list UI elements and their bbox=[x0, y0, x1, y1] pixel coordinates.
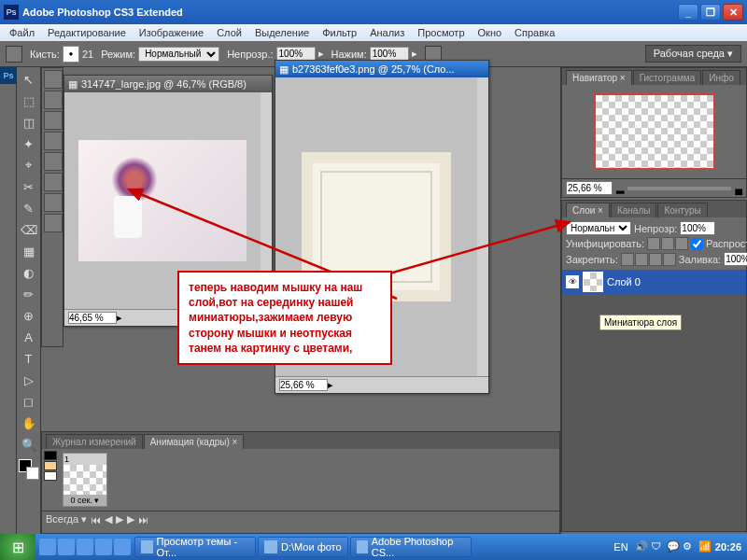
animation-frame-1[interactable]: 1 0 сек. ▾ bbox=[63, 453, 107, 507]
tab-measurement-log[interactable]: Журнал измерений bbox=[46, 434, 143, 449]
hand-tool[interactable]: ✋ bbox=[19, 413, 39, 433]
swatch[interactable] bbox=[44, 471, 57, 481]
doc2-zoom-input[interactable] bbox=[279, 379, 328, 391]
ql-icon[interactable] bbox=[95, 539, 112, 555]
unify-icon[interactable] bbox=[647, 237, 660, 250]
unify-icon[interactable] bbox=[661, 237, 674, 250]
doc1-zoom-input[interactable] bbox=[68, 312, 117, 324]
tool-preset-icon[interactable] bbox=[6, 46, 22, 63]
last-frame-icon[interactable]: ⏭ bbox=[138, 514, 148, 525]
tray-icon[interactable]: 📶 bbox=[698, 540, 712, 553]
move-tool[interactable]: ↖ bbox=[19, 69, 39, 90]
panel-icon[interactable] bbox=[44, 152, 63, 171]
navigator-zoom-input[interactable] bbox=[566, 181, 613, 195]
gradient-tool[interactable]: ⊕ bbox=[19, 305, 39, 326]
prev-frame-icon[interactable]: ◀ bbox=[105, 513, 112, 525]
tab-channels[interactable]: Каналы bbox=[611, 203, 657, 217]
tab-paths[interactable]: Контуры bbox=[657, 203, 707, 217]
wand-tool[interactable]: ✦ bbox=[19, 133, 39, 154]
tray-icon[interactable]: 🛡 bbox=[651, 540, 664, 553]
menu-filter[interactable]: Фильтр bbox=[317, 25, 362, 40]
layer-item-0[interactable]: 👁 Слой 0 bbox=[562, 270, 746, 294]
type-tool[interactable]: T bbox=[19, 348, 39, 369]
panel-icon[interactable] bbox=[44, 70, 63, 89]
zoom-in-icon[interactable]: ▄ bbox=[735, 183, 742, 194]
slice-tool[interactable]: ✂ bbox=[19, 176, 39, 197]
tray-icon[interactable]: 💬 bbox=[667, 540, 680, 553]
frame-delay[interactable]: 0 сек. ▾ bbox=[63, 495, 106, 506]
swatch[interactable] bbox=[44, 461, 57, 470]
menu-view[interactable]: Просмотр bbox=[412, 25, 470, 40]
crop-tool[interactable]: ⌖ bbox=[19, 155, 39, 175]
doc2-titlebar[interactable]: ▦ b27363fef0e3.png @ 25,7% (Сло... bbox=[275, 61, 488, 77]
clock[interactable]: 20:26 bbox=[715, 541, 741, 553]
taskbar-item-photoshop[interactable]: Adobe Photoshop CS... bbox=[350, 537, 472, 557]
tray-icon[interactable]: ⚙ bbox=[683, 540, 696, 553]
history-brush-tool[interactable]: ◐ bbox=[19, 262, 39, 283]
tab-navigator[interactable]: Навигатор × bbox=[566, 70, 632, 85]
menu-analysis[interactable]: Анализ bbox=[364, 25, 410, 40]
panel-icon[interactable] bbox=[44, 173, 63, 191]
start-button[interactable] bbox=[0, 534, 35, 560]
loop-select[interactable]: Всегда ▾ bbox=[46, 513, 87, 525]
lock-pos-icon[interactable] bbox=[649, 253, 662, 266]
swatch[interactable] bbox=[44, 451, 57, 460]
zoom-out-icon[interactable]: ▂ bbox=[616, 182, 624, 194]
ql-icon[interactable] bbox=[39, 539, 56, 555]
color-swatches[interactable] bbox=[19, 459, 39, 480]
layer-name[interactable]: Слой 0 bbox=[607, 276, 641, 287]
next-frame-icon[interactable]: ▶ bbox=[127, 513, 134, 525]
stamp-tool[interactable]: ▦ bbox=[19, 241, 39, 261]
mode-select[interactable]: Нормальный bbox=[138, 47, 219, 62]
menu-file[interactable]: Файл bbox=[4, 25, 40, 40]
lasso-tool[interactable]: ◫ bbox=[19, 112, 39, 133]
panel-icon[interactable] bbox=[44, 91, 63, 109]
panel-icon[interactable] bbox=[44, 193, 63, 212]
propagate-checkbox[interactable] bbox=[691, 238, 703, 250]
ql-icon[interactable] bbox=[77, 539, 93, 555]
menu-edit[interactable]: Редактирование bbox=[42, 25, 132, 40]
menu-layer[interactable]: Слой bbox=[211, 25, 247, 40]
language-indicator[interactable]: EN bbox=[611, 540, 630, 553]
zoom-tool[interactable]: 🔍 bbox=[19, 434, 39, 455]
close-button[interactable]: ✕ bbox=[723, 4, 743, 21]
doc1-titlebar[interactable]: ▦ 314747_large.jpg @ 46,7% (RGB/8) bbox=[64, 76, 272, 92]
brush-preview[interactable] bbox=[63, 46, 79, 63]
menu-window[interactable]: Окно bbox=[472, 25, 508, 40]
lock-all-icon[interactable] bbox=[663, 253, 676, 266]
panel-icon[interactable] bbox=[44, 132, 63, 150]
brush-tool[interactable]: ⌫ bbox=[19, 219, 39, 240]
zoom-slider[interactable] bbox=[627, 187, 731, 190]
panel-icon[interactable] bbox=[44, 111, 63, 130]
ql-icon[interactable] bbox=[58, 539, 75, 555]
navigator-preview[interactable] bbox=[562, 85, 746, 178]
dodge-tool[interactable]: A bbox=[19, 327, 39, 347]
path-tool[interactable]: ▷ bbox=[19, 370, 39, 390]
marquee-tool[interactable]: ⬚ bbox=[19, 91, 39, 111]
menu-help[interactable]: Справка bbox=[509, 25, 560, 40]
heal-tool[interactable]: ✎ bbox=[19, 198, 39, 218]
panel-icon[interactable] bbox=[44, 214, 63, 232]
minimize-button[interactable]: _ bbox=[678, 4, 698, 21]
taskbar-item-browser[interactable]: Просмотр темы - От... bbox=[134, 537, 256, 557]
unify-icon[interactable] bbox=[675, 237, 688, 250]
layer-fill-input[interactable] bbox=[724, 252, 747, 266]
eraser-tool[interactable]: ✏ bbox=[19, 284, 39, 304]
lock-trans-icon[interactable] bbox=[621, 253, 634, 266]
lock-pixels-icon[interactable] bbox=[635, 253, 648, 266]
taskbar-item-explorer[interactable]: D:\Мои фото bbox=[258, 537, 348, 557]
tab-animation[interactable]: Анимация (кадры) × bbox=[144, 434, 245, 449]
workspace-button[interactable]: Рабочая среда ▾ bbox=[645, 45, 741, 63]
menu-select[interactable]: Выделение bbox=[249, 25, 315, 40]
tab-histogram[interactable]: Гистограмма bbox=[633, 70, 702, 85]
tab-info[interactable]: Инфо bbox=[702, 70, 740, 85]
shape-tool[interactable]: ◻ bbox=[19, 391, 39, 412]
maximize-button[interactable]: ❐ bbox=[700, 4, 721, 21]
layer-thumbnail[interactable] bbox=[583, 272, 603, 292]
first-frame-icon[interactable]: ⏮ bbox=[91, 514, 101, 525]
tray-icon[interactable]: 🔊 bbox=[635, 540, 648, 553]
layer-opacity-input[interactable] bbox=[680, 221, 715, 235]
ql-icon[interactable] bbox=[114, 539, 131, 555]
menu-image[interactable]: Изображение bbox=[134, 25, 209, 40]
play-icon[interactable]: ▶ bbox=[116, 513, 123, 525]
